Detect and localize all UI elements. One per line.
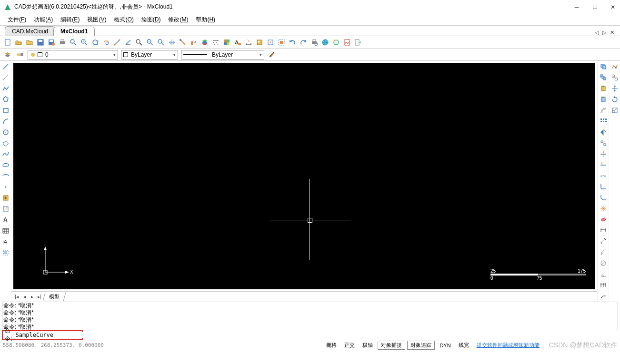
menu-help[interactable]: 帮助(H) — [193, 15, 218, 25]
status-osnap[interactable]: 对象捕捉 — [378, 341, 405, 350]
dim-linear-icon[interactable] — [599, 226, 608, 235]
measure-distance-icon[interactable] — [112, 38, 122, 47]
copy-icon[interactable] — [599, 62, 608, 71]
circle-icon[interactable] — [1, 128, 10, 137]
open-folder-icon[interactable] — [25, 38, 34, 47]
save-icon[interactable] — [36, 38, 45, 47]
insert-icon[interactable] — [266, 38, 275, 47]
align-icon[interactable] — [599, 138, 608, 148]
measure-angle-icon[interactable] — [123, 38, 133, 47]
status-otrack[interactable]: 对象追踪 — [407, 341, 435, 350]
find-icon[interactable] — [134, 38, 144, 47]
color-combo[interactable]: ByLayer ▾ — [121, 50, 178, 59]
mirror-icon[interactable] — [599, 128, 608, 137]
arc-icon[interactable] — [1, 117, 10, 126]
insert-block-icon[interactable] — [1, 193, 10, 203]
extend-icon[interactable] — [599, 160, 608, 170]
zoom-in-icon[interactable]: + — [80, 38, 89, 47]
minimize-button[interactable]: ─ — [573, 4, 580, 10]
copy-multiple-icon[interactable] — [599, 73, 608, 82]
save-as-icon[interactable] — [47, 38, 56, 47]
status-polar[interactable]: 极轴 — [360, 341, 376, 349]
sheet-next-icon[interactable]: ▸ — [29, 294, 35, 299]
dim-continue-icon[interactable] — [599, 280, 608, 290]
pan-icon[interactable] — [167, 38, 177, 47]
print-icon[interactable] — [58, 38, 67, 47]
leader-icon[interactable] — [599, 291, 608, 301]
mtext-icon[interactable]: |A — [1, 237, 10, 246]
layers-icon[interactable] — [200, 38, 210, 47]
construction-line-icon[interactable] — [1, 73, 10, 82]
feedback-link[interactable]: 提交软件问题或增加新功能 — [474, 341, 542, 349]
linetype-icon[interactable] — [211, 38, 220, 47]
status-ortho[interactable]: 正交 — [341, 341, 358, 349]
explode-icon[interactable] — [599, 204, 608, 213]
spline-icon[interactable] — [1, 149, 10, 159]
offset-icon[interactable] — [599, 106, 608, 115]
layer-manager-icon[interactable] — [3, 50, 12, 59]
match-properties-icon[interactable] — [189, 38, 199, 47]
tab-scroll-right-icon[interactable]: ▷ — [601, 30, 608, 36]
polygon-icon[interactable] — [1, 95, 10, 104]
new-file-icon[interactable] — [3, 38, 12, 47]
open-file-icon[interactable] — [14, 38, 23, 47]
print-preview-icon[interactable] — [310, 38, 319, 47]
sheet-prev-icon[interactable]: ◂ — [21, 294, 28, 299]
dim-radius-icon[interactable] — [599, 247, 608, 257]
dim-angular-icon[interactable] — [599, 269, 608, 279]
rectangle-icon[interactable] — [1, 106, 10, 115]
status-dyn[interactable]: DYN — [437, 342, 453, 349]
undo-icon[interactable] — [288, 38, 297, 47]
sheet-last-icon[interactable]: ▸| — [36, 294, 43, 299]
ellipse-arc-icon[interactable] — [1, 171, 10, 181]
status-grid[interactable]: 栅格 — [323, 341, 340, 349]
tab-scroll-left-icon[interactable]: ◁ — [593, 30, 600, 36]
status-lwt[interactable]: 线宽 — [456, 341, 472, 349]
hatch-icon[interactable] — [1, 204, 10, 214]
tab-cad-mxcloud[interactable]: CAD.MxCloud — [5, 26, 55, 36]
close-button[interactable]: ✕ — [610, 4, 616, 10]
fillet-icon[interactable] — [599, 182, 608, 191]
menu-format[interactable]: 格式(O) — [111, 15, 136, 25]
maximize-button[interactable]: ☐ — [591, 4, 598, 10]
line-icon[interactable] — [1, 62, 10, 71]
break-icon[interactable] — [599, 171, 608, 181]
sheet-model[interactable]: 模型 — [43, 293, 66, 301]
text-style-icon[interactable]: A — [233, 38, 242, 47]
sheet-first-icon[interactable]: |◂ — [13, 294, 20, 299]
menu-function[interactable]: 功能(A) — [31, 15, 56, 25]
redo-icon[interactable] — [299, 38, 308, 47]
menu-draw[interactable]: 绘图(D) — [139, 15, 164, 25]
dimension-style-icon[interactable] — [244, 38, 253, 47]
chamfer-icon[interactable] — [599, 193, 608, 202]
menu-view[interactable]: 视图(V) — [84, 15, 109, 25]
scale-icon[interactable] — [610, 106, 620, 115]
zoom-previous-icon[interactable] — [156, 38, 166, 47]
paste-icon[interactable] — [599, 84, 608, 93]
edit-polyline-icon[interactable] — [610, 62, 620, 71]
linetype-combo[interactable]: ByLayer ▾ — [181, 50, 264, 59]
block-icon[interactable] — [255, 38, 264, 47]
dim-aligned-icon[interactable] — [599, 236, 608, 246]
menu-modify[interactable]: 修改(M) — [165, 15, 191, 25]
menu-edit[interactable]: 编辑(E) — [58, 15, 82, 25]
command-input[interactable] — [12, 332, 85, 338]
select-all-icon[interactable] — [277, 38, 286, 47]
point-icon[interactable] — [1, 182, 10, 192]
zoom-window-icon[interactable] — [69, 38, 78, 47]
zoom-extents-icon[interactable] — [90, 38, 100, 47]
dim-diameter-icon[interactable] — [599, 258, 608, 268]
revision-cloud-icon[interactable] — [1, 138, 10, 148]
drawing-canvas[interactable]: Y X 25175 075 — [13, 63, 595, 289]
properties-icon[interactable] — [178, 38, 188, 47]
ellipse-icon[interactable] — [1, 160, 10, 170]
color-icon[interactable] — [222, 38, 231, 47]
paste-block-icon[interactable] — [599, 95, 608, 104]
trim-icon[interactable] — [599, 149, 608, 159]
table-icon[interactable] — [1, 226, 10, 236]
zoom-object-icon[interactable] — [101, 38, 111, 47]
array-icon[interactable] — [599, 117, 608, 126]
region-icon[interactable] — [1, 248, 10, 257]
pdf-icon[interactable]: PDF — [342, 38, 352, 47]
layer-combo[interactable]: 0 ▾ — [28, 50, 118, 59]
